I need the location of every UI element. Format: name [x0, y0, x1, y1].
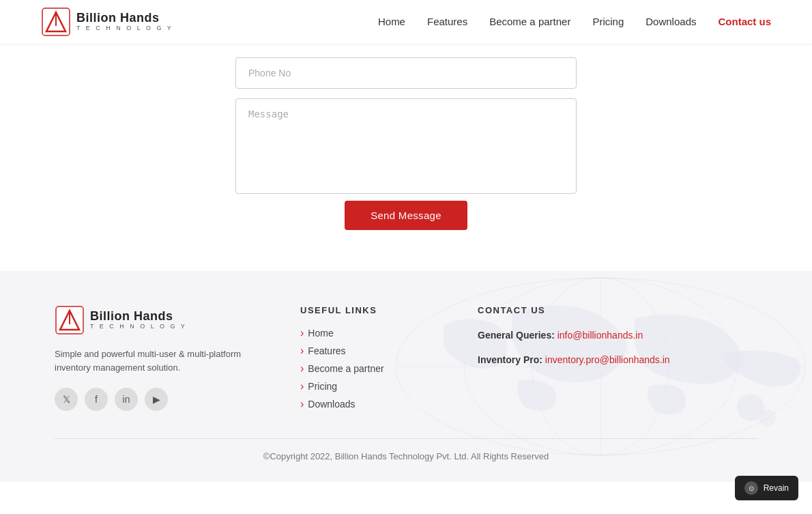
- contact-form-section: Send Message: [0, 44, 812, 271]
- footer-logo-text: Billion Hands T E C H N O L O G Y: [90, 310, 187, 330]
- contact-us-title: CONTACT US: [478, 305, 757, 315]
- logo-icon: [41, 7, 71, 37]
- youtube-icon[interactable]: ▶: [145, 388, 168, 411]
- nav-pricing-link[interactable]: Pricing: [592, 16, 624, 27]
- nav-partner-link[interactable]: Become a partner: [489, 16, 570, 27]
- footer-content: Billion Hands T E C H N O L O G Y Simple…: [55, 305, 757, 411]
- footer-useful-links: USEFUL LINKS Home Features Become a part…: [300, 305, 423, 411]
- nav-downloads-link[interactable]: Downloads: [646, 16, 696, 27]
- revain-badge[interactable]: ⊙ Revain: [735, 476, 798, 482]
- footer-copyright: ©Copyright 2022, Billion Hands Technolog…: [55, 438, 757, 461]
- footer-logo-sub: T E C H N O L O G Y: [90, 324, 187, 330]
- footer-link-downloads[interactable]: Downloads: [300, 399, 423, 410]
- footer-tagline: Simple and powerful multi-user & multi-p…: [55, 347, 246, 374]
- contact-inventory-email[interactable]: inventory.pro@billionhands.in: [545, 354, 670, 365]
- nav-downloads[interactable]: Downloads: [646, 16, 696, 28]
- footer-partner-link[interactable]: Become a partner: [308, 363, 383, 374]
- copyright-text: ©Copyright 2022, Billion Hands Technolog…: [263, 451, 549, 461]
- footer-link-home[interactable]: Home: [300, 328, 423, 339]
- nav-home-link[interactable]: Home: [378, 16, 405, 27]
- nav-links: Home Features Become a partner Pricing D…: [378, 16, 771, 28]
- revain-icon: ⊙: [744, 481, 758, 482]
- footer-link-features[interactable]: Features: [300, 345, 423, 356]
- useful-links-list: Home Features Become a partner Pricing D…: [300, 328, 423, 410]
- nav-contact-link[interactable]: Contact us: [718, 16, 771, 27]
- logo-brand: Billion Hands: [76, 12, 173, 25]
- contact-general-email[interactable]: info@billionhands.in: [557, 330, 643, 341]
- footer-logo-icon: [55, 305, 85, 335]
- phone-input[interactable]: [235, 57, 577, 89]
- message-input[interactable]: [235, 98, 577, 194]
- twitter-icon[interactable]: 𝕏: [55, 388, 78, 411]
- footer-downloads-link[interactable]: Downloads: [308, 399, 355, 410]
- footer-pricing-link[interactable]: Pricing: [308, 381, 337, 392]
- useful-links-title: USEFUL LINKS: [300, 305, 423, 315]
- footer-link-partner[interactable]: Become a partner: [300, 363, 423, 374]
- contact-inventory-label: Inventory Pro:: [478, 354, 542, 365]
- nav-home[interactable]: Home: [378, 16, 405, 28]
- nav-contact[interactable]: Contact us: [718, 16, 771, 28]
- logo-sub: T E C H N O L O G Y: [76, 25, 173, 32]
- footer-brand: Billion Hands T E C H N O L O G Y Simple…: [55, 305, 246, 411]
- contact-inventory-pro: Inventory Pro: inventory.pro@billionhand…: [478, 352, 757, 367]
- contact-general: General Queries: info@billionhands.in: [478, 328, 757, 343]
- send-message-button[interactable]: Send Message: [345, 201, 467, 230]
- footer-home-link[interactable]: Home: [308, 328, 333, 339]
- linkedin-icon[interactable]: in: [115, 388, 138, 411]
- footer-link-pricing[interactable]: Pricing: [300, 381, 423, 392]
- nav-pricing[interactable]: Pricing: [592, 16, 624, 28]
- footer-contact-us: CONTACT US General Queries: info@billion…: [478, 305, 757, 411]
- footer-logo: Billion Hands T E C H N O L O G Y: [55, 305, 246, 335]
- footer: Billion Hands T E C H N O L O G Y Simple…: [0, 271, 812, 482]
- logo-text: Billion Hands T E C H N O L O G Y: [76, 12, 173, 32]
- send-btn-wrapper: Send Message: [345, 201, 467, 230]
- nav-features[interactable]: Features: [427, 16, 467, 28]
- navbar: Billion Hands T E C H N O L O G Y Home F…: [0, 0, 812, 44]
- contact-general-label: General Queries:: [478, 330, 555, 341]
- footer-socials: 𝕏 f in ▶: [55, 388, 246, 411]
- nav-features-link[interactable]: Features: [427, 16, 467, 27]
- svg-point-9: [759, 410, 776, 426]
- nav-partner[interactable]: Become a partner: [489, 16, 570, 28]
- footer-logo-brand: Billion Hands: [90, 310, 187, 324]
- form-container: [235, 57, 577, 194]
- facebook-icon[interactable]: f: [85, 388, 108, 411]
- footer-features-link[interactable]: Features: [308, 345, 345, 356]
- logo: Billion Hands T E C H N O L O G Y: [41, 7, 173, 37]
